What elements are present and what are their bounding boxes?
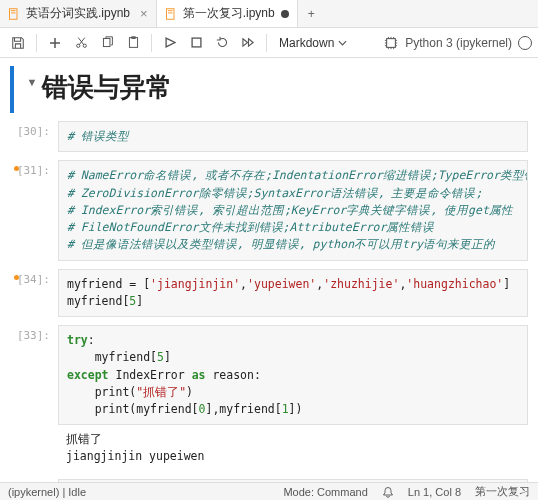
unsaved-indicator — [281, 10, 289, 18]
code-cell-34[interactable]: [34]: myfriend = ['jiangjinjin','yupeiwe… — [0, 267, 538, 324]
code-input[interactable]: # NameError命名错误, 或者不存在;IndentationError缩… — [58, 160, 528, 260]
collapse-toggle[interactable]: ▼ — [22, 66, 42, 113]
interrupt-button[interactable] — [184, 31, 208, 55]
separator — [266, 34, 267, 52]
code-cell-30[interactable]: [30]: # 错误类型 — [0, 119, 538, 158]
tab-label: 英语分词实践.ipynb — [26, 5, 130, 22]
cell-output: 抓错了 jiangjinjin yupeiwen — [58, 425, 528, 470]
notification-icon[interactable] — [382, 486, 394, 498]
svg-rect-9 — [129, 38, 137, 48]
code-input[interactable]: myfriend = ['jiangjinjin','yupeiwen','zh… — [58, 269, 528, 318]
celltype-label: Markdown — [279, 36, 334, 50]
svg-rect-2 — [11, 12, 16, 13]
code-input[interactable]: try: myfriend[5] except IndexError as re… — [58, 325, 528, 425]
heading: 错误与异常 — [42, 70, 528, 105]
celltype-dropdown[interactable]: Markdown — [273, 34, 353, 52]
code-cell-31[interactable]: [31]: # NameError命名错误, 或者不存在;Indentation… — [0, 158, 538, 266]
copy-button[interactable] — [95, 31, 119, 55]
svg-rect-11 — [192, 38, 201, 47]
prompt: [30]: — [10, 121, 58, 152]
notebook-area[interactable]: ▼ 错误与异常 [30]: # 错误类型 [31]: # NameError命名… — [0, 58, 538, 482]
notebook-icon — [8, 8, 20, 20]
cut-button[interactable] — [69, 31, 93, 55]
chevron-down-icon — [338, 40, 347, 46]
gpu-button[interactable] — [379, 31, 403, 55]
prompt: [31]: — [10, 160, 58, 260]
tab-file-1[interactable]: 英语分词实践.ipynb × — [0, 0, 157, 27]
markdown-cell[interactable]: ▼ 错误与异常 — [0, 64, 538, 119]
separator — [151, 34, 152, 52]
svg-rect-4 — [168, 10, 173, 11]
new-tab-button[interactable]: + — [298, 0, 325, 27]
run-button[interactable] — [158, 31, 182, 55]
svg-rect-8 — [103, 38, 110, 46]
svg-rect-5 — [168, 12, 173, 13]
close-icon[interactable]: × — [140, 6, 148, 21]
tab-bar: 英语分词实践.ipynb × 第一次复习.ipynb + — [0, 0, 538, 28]
restart-button[interactable] — [210, 31, 234, 55]
status-position: Ln 1, Col 8 — [408, 486, 461, 498]
kernel-name[interactable]: Python 3 (ipykernel) — [405, 36, 512, 50]
save-button[interactable] — [6, 31, 30, 55]
tab-file-2[interactable]: 第一次复习.ipynb — [157, 0, 298, 27]
prompt: [34]: — [10, 269, 58, 318]
restart-run-all-button[interactable] — [236, 31, 260, 55]
svg-rect-12 — [387, 38, 396, 47]
status-kernel: (ipykernel) | Idle — [8, 486, 86, 498]
status-file: 第一次复习 — [475, 484, 530, 499]
cell-active-bar — [10, 66, 14, 113]
insert-cell-button[interactable] — [43, 31, 67, 55]
code-input[interactable]: # 错误类型 — [58, 121, 528, 152]
svg-rect-1 — [11, 10, 16, 11]
tab-label: 第一次复习.ipynb — [183, 5, 275, 22]
kernel-status-icon[interactable] — [518, 36, 532, 50]
paste-button[interactable] — [121, 31, 145, 55]
notebook-icon — [165, 8, 177, 20]
toolbar: Markdown Python 3 (ipykernel) — [0, 28, 538, 58]
prompt: [33]: — [10, 325, 58, 471]
separator — [36, 34, 37, 52]
status-bar: (ipykernel) | Idle Mode: Command Ln 1, C… — [0, 482, 538, 500]
code-cell-33[interactable]: [33]: try: myfriend[5] except IndexError… — [0, 323, 538, 477]
status-mode: Mode: Command — [283, 486, 367, 498]
